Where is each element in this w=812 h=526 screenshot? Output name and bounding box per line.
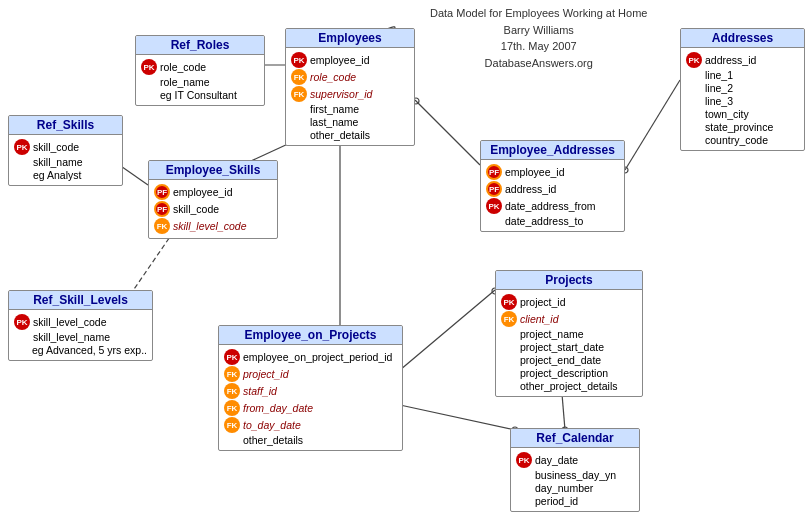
fk-badge: FK <box>224 417 240 433</box>
field-name: role_code <box>310 71 356 83</box>
diagram-canvas: Data Model for Employees Working at Home… <box>0 0 812 526</box>
field-row: line_2 <box>686 82 799 94</box>
field-row: other_details <box>291 129 409 141</box>
pk-badge: PK <box>486 198 502 214</box>
field-name: eg IT Consultant <box>160 89 237 101</box>
field-name: skill_level_name <box>33 331 110 343</box>
entity-ref-skills: Ref_Skills PK skill_code skill_name eg A… <box>8 115 123 186</box>
svg-line-9 <box>415 100 480 165</box>
entity-projects-body: PK project_id FK client_id project_name … <box>496 290 642 396</box>
field-row: PF skill_code <box>154 201 272 217</box>
field-row: FK project_id <box>224 366 397 382</box>
svg-line-13 <box>625 80 680 170</box>
entity-employee-skills-body: PF employee_id PF skill_code FK skill_le… <box>149 180 277 238</box>
entity-ref-calendar-header: Ref_Calendar <box>511 429 639 448</box>
field-row: other_project_details <box>501 380 637 392</box>
field-name: employee_on_project_period_id <box>243 351 392 363</box>
field-name: skill_level_code <box>33 316 107 328</box>
field-row: FK skill_level_code <box>154 218 272 234</box>
fk-badge: FK <box>291 86 307 102</box>
entity-employee-addresses-body: PF employee_id PF address_id PK date_add… <box>481 160 624 231</box>
field-name: project_name <box>520 328 584 340</box>
field-row: business_day_yn <box>516 469 634 481</box>
entity-addresses-header: Addresses <box>681 29 804 48</box>
entity-employee-on-projects-header: Employee_on_Projects <box>219 326 402 345</box>
field-row: PF employee_id <box>486 164 619 180</box>
field-name: role_code <box>160 61 206 73</box>
entity-employee-skills-header: Employee_Skills <box>149 161 277 180</box>
field-name: employee_id <box>173 186 233 198</box>
field-name: line_1 <box>705 69 733 81</box>
field-name: eg Analyst <box>33 169 81 181</box>
entity-employee-skills: Employee_Skills PF employee_id PF skill_… <box>148 160 278 239</box>
field-row: PK skill_code <box>14 139 117 155</box>
field-row: FK to_day_date <box>224 417 397 433</box>
field-name: other_details <box>310 129 370 141</box>
field-name: role_name <box>160 76 210 88</box>
field-row: skill_level_name <box>14 331 147 343</box>
fk-badge: FK <box>154 218 170 234</box>
field-name: line_3 <box>705 95 733 107</box>
field-name: date_address_to <box>505 215 583 227</box>
pf-badge: PF <box>486 164 502 180</box>
field-row: town_city <box>686 108 799 120</box>
field-row: PF address_id <box>486 181 619 197</box>
entity-addresses-body: PK address_id line_1 line_2 line_3 town_… <box>681 48 804 150</box>
field-name: eg Advanced, 5 yrs exp.. <box>32 344 147 356</box>
field-name: skill_level_code <box>173 220 247 232</box>
pf-badge: PF <box>154 184 170 200</box>
field-name: day_date <box>535 454 578 466</box>
field-row: project_name <box>501 328 637 340</box>
field-row: PK date_address_from <box>486 198 619 214</box>
fk-badge: FK <box>291 69 307 85</box>
field-name: last_name <box>310 116 358 128</box>
field-row: other_details <box>224 434 397 446</box>
field-row: FK role_code <box>291 69 409 85</box>
entity-employees-header: Employees <box>286 29 414 48</box>
field-row: country_code <box>686 134 799 146</box>
entity-ref-calendar-body: PK day_date business_day_yn day_number p… <box>511 448 639 511</box>
field-name: client_id <box>520 313 559 325</box>
field-name: state_province <box>705 121 773 133</box>
field-row: PK project_id <box>501 294 637 310</box>
field-name: business_day_yn <box>535 469 616 481</box>
field-name: project_id <box>243 368 289 380</box>
field-name: skill_code <box>33 141 79 153</box>
entity-employee-on-projects-body: PK employee_on_project_period_id FK proj… <box>219 345 402 450</box>
field-name: project_end_date <box>520 354 601 366</box>
field-name: other_details <box>243 434 303 446</box>
field-name: supervisor_id <box>310 88 372 100</box>
field-name: skill_name <box>33 156 83 168</box>
svg-line-30 <box>400 290 495 370</box>
pf-badge: PF <box>486 181 502 197</box>
field-row: day_number <box>516 482 634 494</box>
pk-badge: PK <box>14 139 30 155</box>
pk-badge: PK <box>686 52 702 68</box>
field-row: line_1 <box>686 69 799 81</box>
field-row: PK skill_level_code <box>14 314 147 330</box>
field-row: FK client_id <box>501 311 637 327</box>
field-row: skill_name <box>14 156 117 168</box>
field-row: eg Advanced, 5 yrs exp.. <box>14 344 147 356</box>
field-row: project_start_date <box>501 341 637 353</box>
field-row: project_description <box>501 367 637 379</box>
fk-badge: FK <box>501 311 517 327</box>
entity-projects-header: Projects <box>496 271 642 290</box>
field-name: employee_id <box>505 166 565 178</box>
field-name: address_id <box>705 54 756 66</box>
field-name: date_address_from <box>505 200 595 212</box>
field-name: project_description <box>520 367 608 379</box>
field-row: PK address_id <box>686 52 799 68</box>
field-row: PK employee_id <box>291 52 409 68</box>
field-row: project_end_date <box>501 354 637 366</box>
field-name: line_2 <box>705 82 733 94</box>
entity-employees-body: PK employee_id FK role_code FK superviso… <box>286 48 414 145</box>
pk-badge: PK <box>14 314 30 330</box>
entity-ref-skill-levels-header: Ref_Skill_Levels <box>9 291 152 310</box>
field-name: project_id <box>520 296 566 308</box>
entity-employee-addresses: Employee_Addresses PF employee_id PF add… <box>480 140 625 232</box>
pk-badge: PK <box>141 59 157 75</box>
field-name: staff_id <box>243 385 277 397</box>
field-name: from_day_date <box>243 402 313 414</box>
fk-badge: FK <box>224 400 240 416</box>
